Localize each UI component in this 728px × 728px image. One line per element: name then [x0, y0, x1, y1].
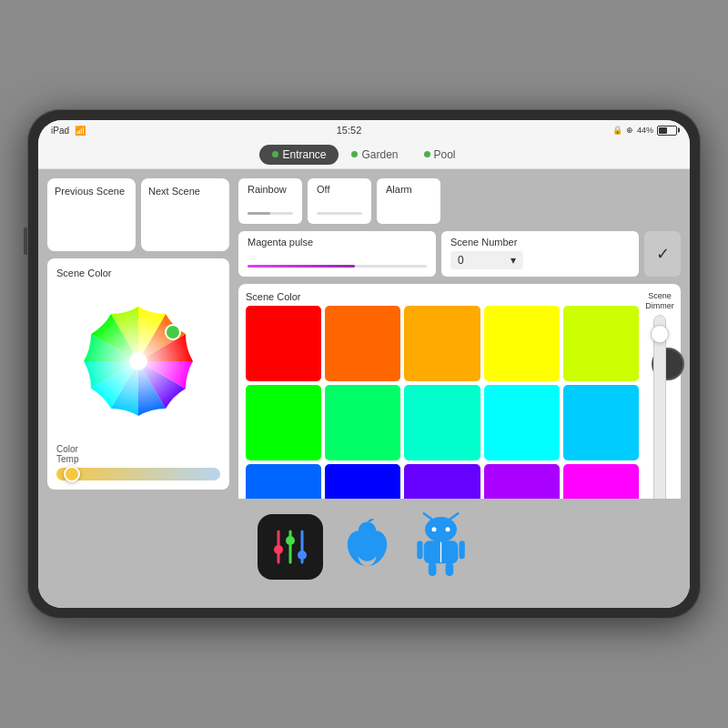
svg-line-17 — [450, 513, 459, 519]
off-button[interactable]: Off — [308, 178, 371, 224]
tab-garden[interactable]: Garden — [339, 145, 410, 165]
battery-icon — [657, 126, 677, 136]
color-cell-4[interactable] — [563, 306, 639, 381]
tab-bar: Entrance Garden Pool — [38, 140, 690, 169]
pool-dot — [424, 151, 430, 157]
bottom-icons — [38, 499, 690, 608]
status-left: iPad 📶 — [51, 126, 86, 136]
check-label: ✓ — [656, 244, 670, 264]
color-cell-9[interactable] — [563, 385, 639, 460]
tablet-shell: iPad 📶 15:52 🔒 ⊕ 44% Entrance Garden — [27, 109, 701, 619]
status-right: 🔒 ⊕ 44% — [612, 126, 677, 136]
svg-point-14 — [432, 527, 437, 531]
apple-logo — [338, 517, 397, 576]
svg-point-7 — [298, 551, 307, 560]
alarm-label: Alarm — [386, 184, 431, 195]
color-cell-7[interactable] — [404, 385, 480, 460]
color-wheel-container[interactable] — [56, 286, 220, 437]
color-cell-8[interactable] — [484, 385, 560, 460]
color-cell-10[interactable] — [246, 464, 321, 499]
color-wheel-panel: Scene Color — [47, 258, 229, 490]
color-wheel-label: Scene Color — [56, 268, 220, 278]
tab-garden-label: Garden — [361, 148, 398, 161]
svg-line-16 — [424, 513, 432, 519]
color-cell-11[interactable] — [325, 464, 400, 499]
scene-number-value: 0 — [458, 254, 464, 267]
color-temp-label: ColorTemp — [56, 444, 220, 464]
color-cell-2[interactable] — [404, 306, 480, 381]
color-grid — [246, 306, 639, 499]
svg-rect-12 — [429, 562, 437, 576]
rainbow-button[interactable]: Rainbow — [238, 178, 302, 224]
scene-buttons-row: Previous Scene Next Scene — [47, 178, 229, 251]
previous-scene-label: Previous Scene — [55, 186, 128, 197]
magenta-pulse-button[interactable]: Magenta pulse — [238, 231, 436, 277]
alarm-button[interactable]: Alarm — [377, 178, 440, 224]
color-selector-dot[interactable] — [166, 325, 180, 339]
color-grid-section: Scene Color SceneDimmer — [238, 284, 681, 499]
check-button[interactable]: ✓ — [644, 231, 681, 277]
tab-pool[interactable]: Pool — [411, 145, 469, 165]
svg-rect-10 — [417, 541, 422, 559]
magenta-pulse-label: Magenta pulse — [248, 237, 427, 248]
off-label: Off — [317, 184, 362, 195]
color-cell-14[interactable] — [563, 464, 639, 499]
off-progress — [317, 212, 362, 215]
tab-entrance[interactable]: Entrance — [259, 145, 339, 165]
rainbow-label: Rainbow — [248, 184, 293, 195]
color-cell-5[interactable] — [246, 385, 321, 460]
tablet-screen: iPad 📶 15:52 🔒 ⊕ 44% Entrance Garden — [38, 120, 690, 608]
color-cell-1[interactable] — [325, 306, 400, 381]
scene-controls-row: Rainbow Off Alarm — [238, 178, 681, 224]
color-cell-6[interactable] — [325, 385, 400, 460]
svg-point-1 — [129, 352, 147, 370]
logo-container — [258, 512, 470, 581]
svg-point-5 — [286, 536, 295, 545]
next-scene-label: Next Scene — [148, 186, 222, 197]
color-cell-0[interactable] — [246, 306, 321, 381]
status-bar: iPad 📶 15:52 🔒 ⊕ 44% — [38, 120, 690, 140]
color-grid-main: Scene Color — [246, 291, 639, 499]
next-scene-button[interactable]: Next Scene — [141, 178, 229, 251]
battery-percent: 44% — [637, 126, 653, 135]
clock: 15:52 — [337, 125, 362, 136]
device-label: iPad — [51, 126, 69, 136]
entrance-dot — [272, 151, 278, 157]
svg-point-3 — [274, 545, 283, 554]
scene-number-box: Scene Number 0 ▾ — [441, 231, 639, 277]
scene-dimmer: SceneDimmer — [646, 291, 673, 499]
color-temp-section: ColorTemp — [56, 444, 220, 480]
svg-rect-11 — [460, 541, 465, 559]
svg-rect-13 — [446, 562, 454, 576]
color-temp-track[interactable] — [56, 468, 220, 480]
color-cell-3[interactable] — [484, 306, 560, 381]
color-temp-thumb[interactable] — [64, 466, 80, 482]
tab-pool-label: Pool — [434, 148, 456, 161]
color-cell-13[interactable] — [484, 464, 560, 499]
scene-color-label: Scene Color — [246, 291, 639, 302]
color-wheel[interactable] — [75, 298, 202, 425]
bluetooth-icon: ⊕ — [626, 126, 633, 135]
svg-point-15 — [446, 527, 450, 531]
dimmer-label: SceneDimmer — [645, 291, 674, 311]
main-content: Previous Scene Next Scene Scene Color — [38, 169, 690, 499]
app-icon — [258, 514, 323, 580]
color-cell-12[interactable] — [404, 464, 480, 499]
scene-number-label: Scene Number — [450, 237, 630, 248]
magenta-progress — [248, 265, 427, 268]
tab-entrance-label: Entrance — [282, 148, 326, 161]
dimmer-track[interactable] — [653, 315, 666, 499]
previous-scene-button[interactable]: Previous Scene — [47, 178, 136, 251]
left-panel: Previous Scene Next Scene Scene Color — [47, 178, 229, 490]
wifi-icon: 📶 — [75, 126, 86, 136]
rainbow-progress — [248, 212, 293, 215]
scene-number-input[interactable]: 0 ▾ — [450, 251, 523, 269]
right-panel: Rainbow Off Alarm — [238, 178, 681, 490]
garden-dot — [351, 151, 358, 157]
android-logo — [411, 512, 470, 581]
lock-icon: 🔒 — [612, 126, 622, 135]
chevron-down-icon: ▾ — [511, 254, 516, 267]
app-icon-graphic — [268, 524, 313, 570]
dimmer-thumb[interactable] — [651, 325, 669, 343]
svg-point-8 — [425, 517, 457, 542]
